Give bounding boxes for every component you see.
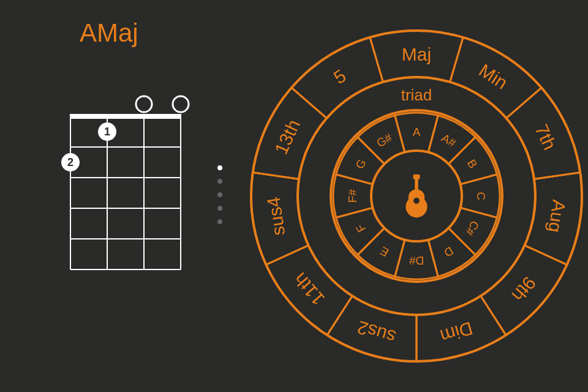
ukulele-icon[interactable] [405, 175, 427, 217]
chord-type-label: Maj [402, 44, 431, 64]
note-label: A# [439, 131, 458, 149]
note-label: A [413, 126, 421, 138]
note-label: E [378, 244, 391, 260]
chord-type-label: Min [475, 60, 511, 93]
note-label: F [353, 222, 368, 235]
note-label: C# [463, 219, 482, 238]
note-label: D# [409, 254, 424, 267]
pager-dot[interactable] [217, 165, 222, 170]
svg-rect-2 [413, 175, 420, 179]
note-label: C [475, 192, 488, 200]
variation-pager [217, 165, 222, 224]
chord-type-label: 9th [508, 273, 540, 305]
open-string-marker [136, 96, 152, 112]
note-label: B [465, 157, 480, 170]
chord-diagram: 1 2 [52, 92, 193, 282]
chord-type-label: Aug [545, 198, 570, 234]
pager-dot[interactable] [217, 179, 222, 184]
chord-type-label: Dim [438, 318, 475, 347]
note-label: F# [346, 189, 359, 203]
chord-type-label: sus4 [263, 195, 289, 236]
finger-number: 1 [104, 126, 110, 138]
chord-type-label: 7th [531, 121, 560, 153]
chord-type-label: 11th [290, 269, 328, 309]
chord-variant-label[interactable]: triad [401, 86, 432, 104]
chord-type-label: 5 [330, 65, 350, 88]
svg-point-5 [413, 198, 420, 204]
chord-wheel: MajMin7thAug9thDimsus211thsus413th5triad… [245, 24, 588, 368]
note-label: D [442, 244, 455, 259]
chord-name: AMaj [80, 18, 138, 48]
finger-number: 2 [67, 156, 74, 168]
open-string-marker [173, 96, 189, 112]
pager-dot[interactable] [217, 192, 222, 197]
note-label: G [353, 157, 369, 171]
chord-type-label: 13th [271, 116, 304, 157]
chord-type-label: sus2 [355, 317, 398, 348]
pager-dot[interactable] [217, 206, 222, 211]
pager-dot[interactable] [217, 219, 222, 224]
note-label: G# [374, 130, 394, 149]
